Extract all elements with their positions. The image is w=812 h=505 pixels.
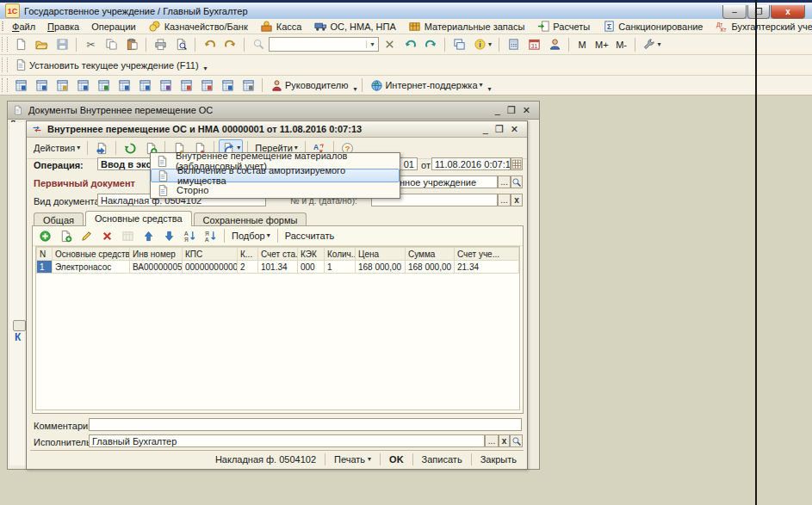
menu-казначейство-банк[interactable]: Казначейство/Банк — [142, 18, 254, 35]
toolbar-grip[interactable] — [2, 37, 8, 51]
column-header[interactable]: Сумма — [406, 248, 455, 261]
comment-field[interactable] — [89, 418, 522, 431]
institution-ellipsis-button[interactable]: ... — [498, 176, 511, 188]
pick-button[interactable]: Подбор▾ — [229, 227, 273, 244]
tab-основные-средства[interactable]: Основные средства — [85, 211, 192, 226]
move-down-button[interactable] — [159, 227, 178, 244]
table-cell[interactable]: Электронасос — [53, 261, 130, 274]
report-button-8[interactable] — [156, 77, 175, 94]
toolbar-grip[interactable] — [2, 78, 8, 91]
column-header[interactable]: Основные средства — [53, 248, 130, 261]
report-button-12[interactable] — [239, 77, 257, 94]
calculator-button[interactable] — [504, 36, 523, 53]
service-messages-button[interactable]: i▾ — [470, 36, 494, 53]
table-cell[interactable]: 1 — [325, 261, 356, 274]
column-header[interactable]: КПС — [183, 248, 238, 261]
combo-caret-icon[interactable]: ▾ — [366, 40, 378, 48]
cut-button[interactable]: ✂ — [81, 36, 100, 53]
dialog-maximize-button[interactable]: ❒ — [495, 125, 504, 134]
undo-button[interactable] — [200, 36, 219, 53]
clear-search-button[interactable] — [380, 36, 399, 53]
quick-search-text[interactable] — [270, 38, 366, 51]
report-button-6[interactable] — [115, 77, 133, 94]
delete-row-button[interactable] — [97, 227, 116, 244]
column-header[interactable]: К... — [238, 248, 258, 261]
table-cell[interactable]: ВА0000000501 — [130, 261, 183, 274]
menu-операции[interactable]: Операции — [85, 20, 141, 34]
numdate-clear-button[interactable]: x — [511, 194, 523, 206]
write-button[interactable]: Записать — [417, 453, 468, 465]
table-cell[interactable]: 168 000,00 — [406, 261, 455, 274]
search-next-button[interactable] — [421, 36, 440, 53]
menu-ос-нма-нпа[interactable]: ОС, НМА, НПА — [307, 18, 401, 35]
list-minimize-button[interactable]: _ — [495, 106, 500, 115]
column-header[interactable]: Инв номер — [130, 248, 183, 261]
report-button-11[interactable] — [218, 77, 237, 94]
institution-lookup-button[interactable] — [511, 176, 523, 188]
menu-касса[interactable]: Касса — [254, 18, 308, 35]
report-button-4[interactable] — [73, 77, 92, 94]
print-button[interactable] — [151, 36, 170, 53]
report-button-9[interactable] — [177, 77, 195, 94]
toolbar-overflow-caret[interactable]: ▾ — [353, 85, 356, 93]
for-manager-button[interactable]: Руководителю — [267, 77, 350, 94]
report-button-1[interactable] — [11, 77, 30, 94]
calendar-button[interactable]: 31 — [524, 36, 543, 53]
table-cell[interactable]: 21.34 — [455, 261, 519, 274]
recalculate-button[interactable]: Рассчитать — [282, 227, 337, 244]
save-button[interactable] — [53, 36, 71, 53]
memory-recall-button[interactable]: M — [573, 36, 591, 53]
menu-санкционирование[interactable]: ΣСанкционирование — [596, 18, 709, 35]
table-cell[interactable]: 101.34 — [258, 261, 298, 274]
table-cell[interactable]: 2 — [238, 261, 258, 274]
copy-row-button[interactable] — [56, 227, 75, 244]
report-button-3[interactable] — [53, 77, 71, 94]
set-current-institution-button[interactable]: Установить текущее учреждение (F11) — [11, 57, 201, 74]
search-previous-button[interactable] — [400, 36, 419, 53]
report-button-5[interactable] — [94, 77, 113, 94]
dialog-titlebar[interactable]: Внутреннее перемещение ОС и НМА 00000001… — [27, 121, 527, 138]
column-header[interactable]: Счет уче... — [455, 248, 519, 261]
table-row[interactable]: 1ЭлектронасосВА000000050100000000000000.… — [37, 261, 519, 274]
paste-button[interactable] — [122, 36, 141, 53]
memory-subtract-button[interactable]: M- — [613, 36, 630, 53]
menu-правка[interactable]: Правка — [41, 20, 85, 34]
numdate-ellipsis-button[interactable]: ... — [498, 194, 511, 206]
move-up-button[interactable] — [139, 227, 158, 244]
tab-сохраненные-формы[interactable]: Сохраненные формы — [194, 212, 307, 226]
report-button-10[interactable] — [197, 77, 216, 94]
print-button[interactable]: Печать▾ — [329, 453, 376, 465]
list-window-small-button[interactable] — [13, 320, 26, 331]
table-cell[interactable]: 000 — [298, 261, 325, 274]
open-button[interactable] — [32, 36, 51, 53]
memory-add-button[interactable]: M+ — [592, 36, 611, 53]
table-cell[interactable]: 00000000000000... — [183, 261, 238, 274]
executor-clear-button[interactable]: x — [499, 434, 510, 447]
settings-button[interactable]: ▾ — [640, 36, 664, 53]
ok-button[interactable]: OK — [384, 453, 409, 465]
invoice-form-button[interactable]: Накладная ф. 0504102 — [210, 453, 321, 465]
list-close-button[interactable]: ✕ — [523, 106, 530, 115]
menu-материальные-запасы[interactable]: Материальные запасы — [402, 18, 531, 35]
dialog-close-button[interactable]: ✕ — [511, 125, 518, 134]
table-cell[interactable]: 168 000,00 — [356, 261, 406, 274]
toolbar-grip[interactable] — [2, 22, 3, 32]
executor-ellipsis-button[interactable]: ... — [485, 434, 499, 447]
print-preview-button[interactable] — [171, 36, 190, 53]
sort-ascending-button[interactable]: АЯ — [180, 227, 199, 244]
column-header[interactable]: N — [37, 248, 53, 261]
find-button[interactable] — [249, 36, 268, 53]
toolbar-overflow-caret[interactable]: ▾ — [204, 65, 208, 72]
calendar-picker-button[interactable] — [511, 157, 523, 170]
column-header[interactable]: Цена — [356, 248, 406, 261]
sort-descending-button[interactable]: ЯА — [201, 227, 220, 244]
toolbar-overflow-caret[interactable]: ▾ — [488, 85, 492, 93]
menu-бухгалтерский-учет[interactable]: ДтКтБухгалтерский учет — [709, 18, 812, 35]
post-and-close-button[interactable] — [92, 139, 111, 157]
document-date-field[interactable]: 11.08.2016 0:07:13 — [431, 157, 511, 170]
actions-button[interactable]: Действия▾ — [31, 139, 83, 157]
copy-button[interactable] — [102, 36, 121, 53]
list-maximize-button[interactable]: ❒ — [507, 106, 516, 115]
column-header[interactable]: Счет ста... — [258, 248, 298, 261]
edit-row-button[interactable] — [77, 227, 96, 244]
